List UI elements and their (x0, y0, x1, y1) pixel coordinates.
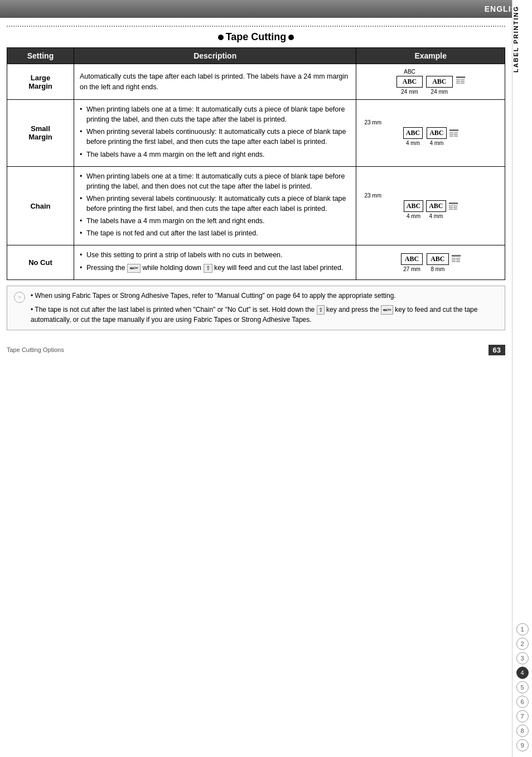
diagram-no-cut: ABC 27 mm ABC 8 mm (362, 253, 499, 272)
table-row: LargeMargin Automatically cuts the tape … (7, 64, 505, 100)
diagram-large-margin: ABC ABC 24 mm ABC 24 mm (362, 69, 499, 95)
col-header-example: Example (356, 48, 505, 64)
col-header-setting: Setting (7, 48, 74, 64)
sidebar-num-7: 7 (516, 710, 529, 722)
sidebar-numbers: 1 2 3 4 5 6 7 8 9 (512, 623, 532, 757)
sidebar-num-3: 3 (516, 652, 529, 664)
sidebar-label: LABEL PRINTING (512, 0, 532, 117)
example-small-margin: 23 mm ABC 4 mm ABC 4 mm (356, 100, 505, 167)
table-row: No Cut Use this setting to print a strip… (7, 245, 505, 280)
note-text: • When using Fabric Tapes or Strong Adhe… (31, 291, 498, 325)
right-sidebar: LABEL PRINTING 1 2 3 4 5 6 7 8 9 (512, 0, 532, 757)
sidebar-num-6: 6 (516, 696, 529, 708)
example-large-margin: ABC ABC 24 mm ABC 24 mm (356, 64, 505, 100)
top-bar: ENGLISH (0, 0, 532, 18)
desc-small-margin: When printing labels one at a time: It a… (74, 100, 356, 167)
desc-large-margin: Automatically cuts the tape after each l… (74, 64, 356, 100)
footer-text: Tape Cutting Options (7, 346, 64, 353)
diagram-small-margin: 23 mm ABC 4 mm ABC 4 mm (362, 119, 499, 146)
sidebar-num-4: 4 (516, 667, 529, 679)
setting-no-cut: No Cut (7, 245, 74, 280)
sidebar-num-5: 5 (516, 681, 529, 693)
desc-no-cut: Use this setting to print a strip of lab… (74, 245, 356, 280)
setting-small-margin: SmallMargin (7, 100, 74, 167)
section-title: Tape Cutting (7, 31, 505, 43)
page-number: 63 (489, 345, 505, 355)
example-chain: 23 mm ABC 4 mm ABC 4 mm (356, 166, 505, 245)
dotted-separator (7, 26, 505, 27)
table-row: SmallMargin When printing labels one at … (7, 100, 505, 167)
sidebar-num-2: 2 (516, 638, 529, 650)
diagram-chain: 23 mm ABC 4 mm ABC 4 mm (362, 192, 499, 219)
note-icon: ○ (14, 292, 25, 303)
sidebar-num-1: 1 (516, 623, 529, 635)
main-content: Tape Cutting Setting Description Example… (0, 26, 512, 341)
bullet-right (288, 35, 294, 40)
bullet-left (218, 35, 224, 40)
sidebar-num-9: 9 (516, 739, 529, 751)
setting-large-margin: LargeMargin (7, 64, 74, 100)
table-row: Chain When printing labels one at a time… (7, 166, 505, 245)
cutting-table: Setting Description Example LargeMargin … (7, 47, 505, 280)
sidebar-num-8: 8 (516, 725, 529, 737)
setting-chain: Chain (7, 166, 74, 245)
col-header-description: Description (74, 48, 356, 64)
note-box: ○ • When using Fabric Tapes or Strong Ad… (7, 286, 505, 330)
example-no-cut: ABC 27 mm ABC 8 mm (356, 245, 505, 280)
desc-chain: When printing labels one at a time: It a… (74, 166, 356, 245)
page-footer: Tape Cutting Options 63 (0, 341, 512, 359)
